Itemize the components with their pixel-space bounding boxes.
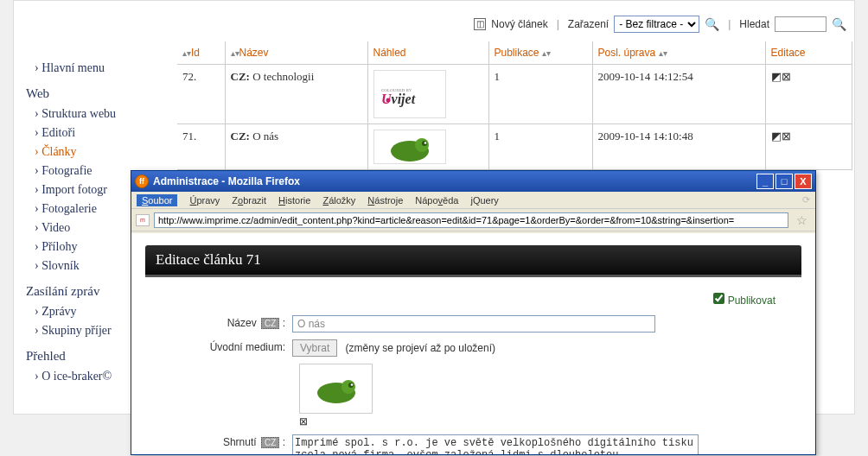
menu-item[interactable]: Nástroje — [367, 195, 403, 206]
shrnuti-textarea[interactable] — [292, 434, 699, 454]
menu-item[interactable]: Zobrazit — [232, 195, 266, 206]
minimize-button[interactable]: _ — [756, 174, 774, 189]
col-publikace[interactable]: Publikace ▴▾ — [488, 41, 592, 65]
sort-label: Zařazení — [568, 18, 609, 30]
svg-point-10 — [350, 383, 353, 386]
bookmark-star-icon[interactable]: ☆ — [793, 213, 811, 227]
col-nazev[interactable]: ▴▾Název — [225, 41, 367, 65]
window-titlebar[interactable]: ff Administrace - Mozilla Firefox _ □ X — [131, 171, 815, 192]
delete-icon[interactable]: ⊠ — [782, 70, 791, 83]
nazev-label: Název — [227, 317, 257, 329]
site-identity-icon[interactable]: m — [136, 214, 150, 226]
menu-item[interactable]: Úpravy — [189, 195, 220, 206]
thumb-image: COLOURED BYUvijet — [373, 70, 446, 118]
edit-icon[interactable]: ◩ — [771, 70, 782, 83]
edit-icon[interactable]: ◩ — [771, 130, 782, 142]
col-id[interactable]: ▴▾Id — [177, 41, 225, 65]
svg-point-4 — [415, 138, 429, 152]
separator: | — [557, 18, 559, 30]
filter-search-icon[interactable]: 🔍 — [705, 17, 719, 31]
new-article-icon[interactable]: ◫ — [474, 18, 486, 30]
delete-thumb-icon[interactable]: ⊠ — [299, 415, 308, 428]
svg-point-8 — [341, 380, 355, 394]
articles-table: ▴▾Id▴▾NázevNáhledPublikace ▴▾Posl. úprav… — [177, 41, 852, 170]
url-input[interactable] — [154, 212, 788, 228]
maximize-button[interactable]: □ — [775, 174, 793, 189]
publish-label: Publikovat — [728, 294, 775, 307]
col-nahled: Náhled — [367, 41, 488, 65]
thumbnail-preview — [299, 364, 373, 414]
page-title: Editace článku 71 — [145, 245, 801, 277]
sidebar-item[interactable]: Hlavní menu — [26, 59, 156, 78]
col-editace: Editace — [765, 41, 852, 65]
close-button[interactable]: X — [795, 174, 812, 189]
window-title: Administrace - Mozilla Firefox — [153, 175, 300, 187]
menu-item[interactable]: Záložky — [322, 195, 355, 206]
lang-badge: CZ — [261, 318, 279, 329]
browser-menubar: SouborÚpravyZobrazitHistorieZáložkyNástr… — [131, 192, 815, 209]
sidebar-item[interactable]: Editoři — [26, 124, 156, 142]
table-row: 72.CZ: O technologiiCOLOURED BYUvijet120… — [177, 65, 852, 124]
separator: | — [728, 18, 731, 30]
menu-item[interactable]: Soubor — [137, 194, 177, 206]
shrnuti-label: Shrnutí — [223, 436, 257, 448]
sidebar-item[interactable]: Články — [26, 142, 156, 162]
nazev-input[interactable] — [292, 315, 655, 332]
svg-point-6 — [424, 142, 426, 144]
vybrat-button[interactable]: Vybrat — [292, 339, 337, 357]
search-icon[interactable]: 🔍 — [832, 17, 846, 31]
browser-window: ff Administrace - Mozilla Firefox _ □ X … — [131, 170, 816, 455]
svg-point-2 — [386, 98, 390, 103]
medium-label: Úvodní medium: — [210, 341, 285, 353]
col-posl[interactable]: Posl. úprava ▴▾ — [592, 41, 765, 65]
medium-note: (změny se projeví až po uložení) — [346, 342, 495, 354]
thumb-image — [373, 130, 446, 164]
filter-select[interactable]: - Bez filtrace - — [614, 16, 699, 33]
toolbar: ◫ Nový článek | Zařazení - Bez filtrace … — [474, 16, 846, 33]
menu-item[interactable]: jQuery — [470, 195, 498, 206]
search-input[interactable] — [775, 16, 827, 32]
menu-item[interactable]: Historie — [278, 195, 310, 206]
table-row: 71.CZ: O nás12009-10-14 14:10:48◩⊠ — [177, 124, 852, 170]
address-bar: m ☆ — [131, 209, 815, 231]
search-label: Hledat — [739, 18, 769, 30]
sidebar-item[interactable]: Struktura webu — [26, 104, 156, 124]
page-content: Editace článku 71 Publikovat Název CZ : … — [131, 233, 815, 454]
delete-icon[interactable]: ⊠ — [782, 130, 791, 142]
new-article-link[interactable]: Nový článek — [491, 18, 547, 30]
throbber-icon: ⟳ — [802, 194, 810, 206]
menu-item[interactable]: Nápověda — [415, 195, 458, 206]
sidebar-heading: Web — [26, 86, 156, 101]
firefox-icon: ff — [135, 174, 149, 188]
publish-checkbox[interactable] — [713, 293, 724, 304]
lang-badge: CZ — [261, 437, 279, 448]
